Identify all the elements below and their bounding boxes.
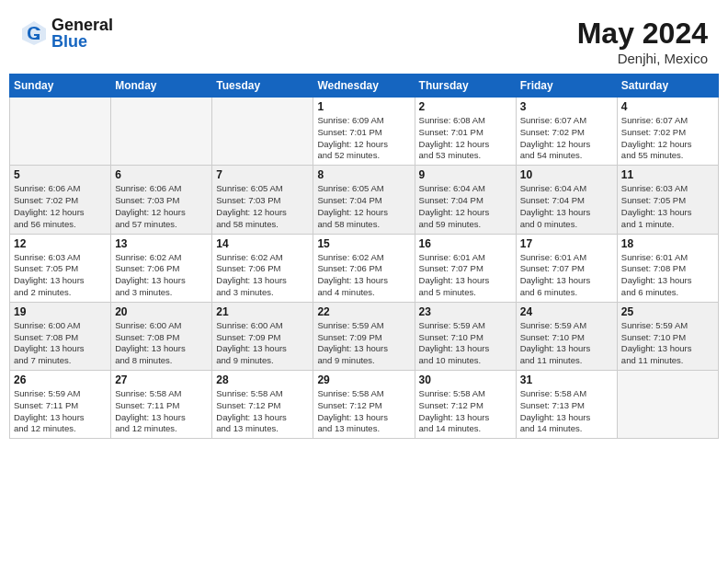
calendar-cell: 6Sunrise: 6:06 AM Sunset: 7:03 PM Daylig…: [111, 166, 212, 234]
day-info: Sunrise: 5:59 AM Sunset: 7:10 PM Dayligh…: [621, 320, 714, 367]
calendar-cell: 14Sunrise: 6:02 AM Sunset: 7:06 PM Dayli…: [212, 234, 313, 302]
calendar-cell: 31Sunrise: 5:58 AM Sunset: 7:13 PM Dayli…: [516, 371, 617, 439]
calendar-week-row: 26Sunrise: 5:59 AM Sunset: 7:11 PM Dayli…: [10, 371, 719, 439]
calendar-cell: [617, 371, 718, 439]
day-number: 1: [317, 100, 410, 113]
day-number: 21: [216, 305, 309, 318]
weekday-header: Monday: [111, 75, 212, 98]
day-number: 11: [621, 168, 714, 181]
calendar-cell: 30Sunrise: 5:58 AM Sunset: 7:12 PM Dayli…: [415, 371, 516, 439]
day-number: 12: [14, 237, 107, 250]
calendar-cell: 28Sunrise: 5:58 AM Sunset: 7:12 PM Dayli…: [212, 371, 313, 439]
day-number: 23: [419, 305, 512, 318]
weekday-header: Wednesday: [313, 75, 415, 98]
calendar-cell: [10, 98, 111, 166]
calendar-cell: 27Sunrise: 5:58 AM Sunset: 7:11 PM Dayli…: [111, 371, 212, 439]
day-info: Sunrise: 5:58 AM Sunset: 7:12 PM Dayligh…: [216, 388, 309, 435]
day-number: 2: [419, 100, 512, 113]
calendar-cell: 1Sunrise: 6:09 AM Sunset: 7:01 PM Daylig…: [313, 98, 415, 166]
calendar-cell: 19Sunrise: 6:00 AM Sunset: 7:08 PM Dayli…: [10, 302, 111, 370]
day-info: Sunrise: 6:02 AM Sunset: 7:06 PM Dayligh…: [317, 252, 410, 299]
calendar-cell: [212, 98, 313, 166]
calendar-cell: 29Sunrise: 5:58 AM Sunset: 7:12 PM Dayli…: [313, 371, 415, 439]
calendar-cell: 22Sunrise: 5:59 AM Sunset: 7:09 PM Dayli…: [313, 302, 415, 370]
weekday-header: Tuesday: [212, 75, 313, 98]
day-number: 22: [317, 305, 410, 318]
calendar-cell: 20Sunrise: 6:00 AM Sunset: 7:08 PM Dayli…: [111, 302, 212, 370]
calendar-cell: 2Sunrise: 6:08 AM Sunset: 7:01 PM Daylig…: [415, 98, 516, 166]
day-info: Sunrise: 6:07 AM Sunset: 7:02 PM Dayligh…: [520, 115, 613, 162]
day-info: Sunrise: 6:05 AM Sunset: 7:03 PM Dayligh…: [216, 183, 309, 230]
calendar-cell: 4Sunrise: 6:07 AM Sunset: 7:02 PM Daylig…: [617, 98, 718, 166]
logo-line1: General: [51, 17, 113, 33]
weekday-header: Sunday: [10, 75, 111, 98]
day-info: Sunrise: 6:03 AM Sunset: 7:05 PM Dayligh…: [14, 252, 107, 299]
calendar-week-row: 5Sunrise: 6:06 AM Sunset: 7:02 PM Daylig…: [10, 166, 719, 234]
page-header: General Blue May 2024 Denjhi, Mexico: [9, 9, 719, 70]
day-number: 29: [317, 373, 410, 386]
day-number: 16: [419, 237, 512, 250]
day-info: Sunrise: 6:03 AM Sunset: 7:05 PM Dayligh…: [621, 183, 714, 230]
day-info: Sunrise: 5:58 AM Sunset: 7:12 PM Dayligh…: [419, 388, 512, 435]
day-info: Sunrise: 6:00 AM Sunset: 7:08 PM Dayligh…: [14, 320, 107, 367]
day-info: Sunrise: 6:01 AM Sunset: 7:08 PM Dayligh…: [621, 252, 714, 299]
calendar-cell: 17Sunrise: 6:01 AM Sunset: 7:07 PM Dayli…: [516, 234, 617, 302]
calendar-cell: [111, 98, 212, 166]
calendar-cell: 13Sunrise: 6:02 AM Sunset: 7:06 PM Dayli…: [111, 234, 212, 302]
calendar-cell: 12Sunrise: 6:03 AM Sunset: 7:05 PM Dayli…: [10, 234, 111, 302]
day-info: Sunrise: 6:02 AM Sunset: 7:06 PM Dayligh…: [216, 252, 309, 299]
calendar-cell: 23Sunrise: 5:59 AM Sunset: 7:10 PM Dayli…: [415, 302, 516, 370]
day-info: Sunrise: 6:01 AM Sunset: 7:07 PM Dayligh…: [419, 252, 512, 299]
day-number: 10: [520, 168, 613, 181]
calendar-cell: 5Sunrise: 6:06 AM Sunset: 7:02 PM Daylig…: [10, 166, 111, 234]
calendar-cell: 10Sunrise: 6:04 AM Sunset: 7:04 PM Dayli…: [516, 166, 617, 234]
day-number: 13: [115, 237, 208, 250]
svg-marker-0: [22, 21, 46, 45]
day-info: Sunrise: 5:59 AM Sunset: 7:11 PM Dayligh…: [14, 388, 107, 435]
logo-text: General Blue: [51, 17, 113, 50]
calendar-cell: 8Sunrise: 6:05 AM Sunset: 7:04 PM Daylig…: [313, 166, 415, 234]
logo-line2: Blue: [51, 33, 113, 50]
calendar-cell: 18Sunrise: 6:01 AM Sunset: 7:08 PM Dayli…: [617, 234, 718, 302]
day-info: Sunrise: 6:07 AM Sunset: 7:02 PM Dayligh…: [621, 115, 714, 162]
day-number: 18: [621, 237, 714, 250]
day-number: 26: [14, 373, 107, 386]
calendar-cell: 16Sunrise: 6:01 AM Sunset: 7:07 PM Dayli…: [415, 234, 516, 302]
day-info: Sunrise: 6:04 AM Sunset: 7:04 PM Dayligh…: [520, 183, 613, 230]
location: Denjhi, Mexico: [577, 51, 708, 66]
weekday-header: Thursday: [415, 75, 516, 98]
weekday-header: Friday: [516, 75, 617, 98]
day-number: 20: [115, 305, 208, 318]
calendar-cell: 11Sunrise: 6:03 AM Sunset: 7:05 PM Dayli…: [617, 166, 718, 234]
day-number: 31: [520, 373, 613, 386]
day-number: 19: [14, 305, 107, 318]
calendar-cell: 21Sunrise: 6:00 AM Sunset: 7:09 PM Dayli…: [212, 302, 313, 370]
calendar-cell: 7Sunrise: 6:05 AM Sunset: 7:03 PM Daylig…: [212, 166, 313, 234]
day-number: 4: [621, 100, 714, 113]
calendar-cell: 3Sunrise: 6:07 AM Sunset: 7:02 PM Daylig…: [516, 98, 617, 166]
day-info: Sunrise: 6:08 AM Sunset: 7:01 PM Dayligh…: [419, 115, 512, 162]
day-number: 9: [419, 168, 512, 181]
day-info: Sunrise: 5:58 AM Sunset: 7:12 PM Dayligh…: [317, 388, 410, 435]
day-number: 17: [520, 237, 613, 250]
day-info: Sunrise: 5:59 AM Sunset: 7:10 PM Dayligh…: [520, 320, 613, 367]
day-info: Sunrise: 5:58 AM Sunset: 7:13 PM Dayligh…: [520, 388, 613, 435]
calendar-week-row: 12Sunrise: 6:03 AM Sunset: 7:05 PM Dayli…: [10, 234, 719, 302]
logo: General Blue: [20, 17, 113, 50]
calendar-cell: 25Sunrise: 5:59 AM Sunset: 7:10 PM Dayli…: [617, 302, 718, 370]
calendar-week-row: 19Sunrise: 6:00 AM Sunset: 7:08 PM Dayli…: [10, 302, 719, 370]
day-number: 5: [14, 168, 107, 181]
calendar-cell: 15Sunrise: 6:02 AM Sunset: 7:06 PM Dayli…: [313, 234, 415, 302]
day-info: Sunrise: 6:02 AM Sunset: 7:06 PM Dayligh…: [115, 252, 208, 299]
day-number: 8: [317, 168, 410, 181]
day-number: 24: [520, 305, 613, 318]
calendar-week-row: 1Sunrise: 6:09 AM Sunset: 7:01 PM Daylig…: [10, 98, 719, 166]
day-info: Sunrise: 6:06 AM Sunset: 7:03 PM Dayligh…: [115, 183, 208, 230]
day-info: Sunrise: 6:00 AM Sunset: 7:09 PM Dayligh…: [216, 320, 309, 367]
day-info: Sunrise: 5:59 AM Sunset: 7:09 PM Dayligh…: [317, 320, 410, 367]
day-number: 14: [216, 237, 309, 250]
day-number: 27: [115, 373, 208, 386]
day-number: 7: [216, 168, 309, 181]
calendar-table: SundayMondayTuesdayWednesdayThursdayFrid…: [9, 74, 719, 439]
month-title: May 2024: [577, 17, 708, 51]
